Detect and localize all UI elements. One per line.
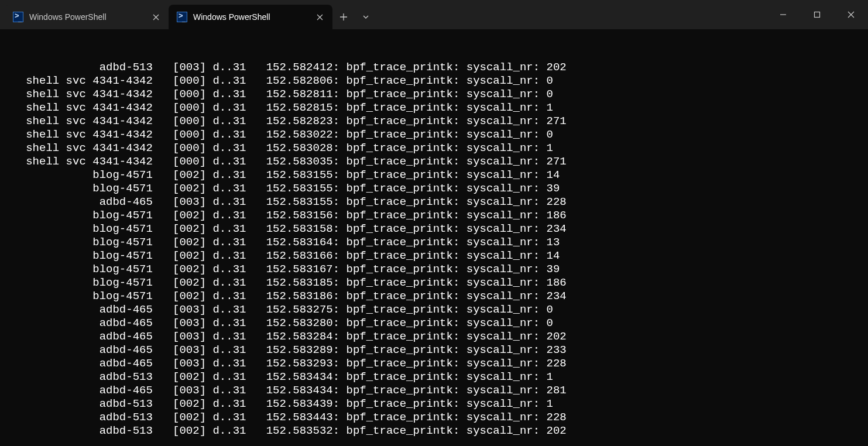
maximize-button[interactable] (800, 0, 834, 29)
new-tab-button[interactable] (332, 5, 355, 29)
trace-line: shell svc 4341-4342 [000] d..31 152.5830… (6, 128, 862, 142)
trace-line: adbd-513 [002] d..31 152.583443: bpf_tra… (6, 411, 862, 424)
minimize-button[interactable] (766, 0, 800, 29)
trace-line: blog-4571 [002] d..31 152.583186: bpf_tr… (6, 290, 862, 303)
trace-line: shell svc 4341-4342 [000] d..31 152.5828… (6, 88, 862, 101)
trace-line: blog-4571 [002] d..31 152.583155: bpf_tr… (6, 169, 862, 182)
svg-rect-0 (815, 12, 820, 18)
trace-line: blog-4571 [002] d..31 152.583167: bpf_tr… (6, 263, 862, 276)
window-controls (766, 0, 868, 29)
trace-line: adbd-465 [003] d..31 152.583284: bpf_tra… (6, 330, 862, 344)
powershell-icon (13, 12, 23, 22)
trace-line: shell svc 4341-4342 [000] d..31 152.5830… (6, 155, 862, 169)
trace-line: blog-4571 [002] d..31 152.583185: bpf_tr… (6, 276, 862, 290)
trace-line: adbd-513 [002] d..31 152.583532: bpf_tra… (6, 424, 862, 438)
trace-line: adbd-465 [003] d..31 152.583289: bpf_tra… (6, 344, 862, 357)
trace-line: shell svc 4341-4342 [000] d..31 152.5828… (6, 115, 862, 128)
trace-line: adbd-465 [003] d..31 152.583280: bpf_tra… (6, 317, 862, 330)
trace-line: adbd-513 [002] d..31 152.583439: bpf_tra… (6, 397, 862, 411)
trace-line: adbd-465 [003] d..31 152.583434: bpf_tra… (6, 384, 862, 397)
close-icon[interactable] (314, 11, 325, 23)
trace-line: shell svc 4341-4342 [000] d..31 152.5828… (6, 101, 862, 115)
trace-line: blog-4571 [002] d..31 152.583164: bpf_tr… (6, 236, 862, 249)
close-window-button[interactable] (834, 0, 868, 29)
trace-line: adbd-465 [003] d..31 152.583275: bpf_tra… (6, 303, 862, 317)
title-bar: Windows PowerShell Windows PowerShell (0, 0, 868, 29)
trace-line: adbd-465 [003] d..31 152.583293: bpf_tra… (6, 357, 862, 370)
trace-line: shell svc 4341-4342 [000] d..31 152.5830… (6, 142, 862, 155)
tab-label: Windows PowerShell (193, 12, 270, 22)
close-icon[interactable] (150, 11, 162, 23)
trace-line: adbd-513 [002] d..31 152.583434: bpf_tra… (6, 370, 862, 384)
trace-line: adbd-513 [003] d..31 152.582412: bpf_tra… (6, 61, 862, 74)
trace-line: shell svc 4341-4342 [000] d..31 152.5828… (6, 74, 862, 88)
trace-line: blog-4571 [002] d..31 152.583166: bpf_tr… (6, 249, 862, 263)
tab-label: Windows PowerShell (29, 12, 107, 22)
trace-line: blog-4571 [002] d..31 152.583156: bpf_tr… (6, 209, 862, 222)
tab-dropdown-button[interactable] (355, 5, 377, 29)
powershell-icon (177, 12, 187, 22)
terminal-output[interactable]: adbd-513 [003] d..31 152.582412: bpf_tra… (0, 29, 868, 446)
tab-powershell-2[interactable]: Windows PowerShell (169, 5, 332, 29)
tab-powershell-1[interactable]: Windows PowerShell (5, 5, 169, 29)
trace-line: blog-4571 [002] d..31 152.583158: bpf_tr… (6, 222, 862, 236)
trace-line: blog-4571 [002] d..31 152.583155: bpf_tr… (6, 182, 862, 195)
trace-line: adbd-465 [003] d..31 152.583155: bpf_tra… (6, 195, 862, 209)
